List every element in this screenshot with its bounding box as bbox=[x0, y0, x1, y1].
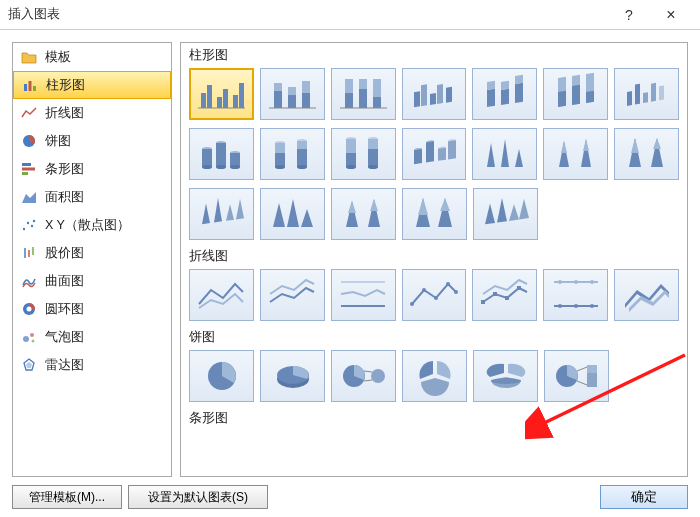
sidebar-item-radar[interactable]: 雷达图 bbox=[13, 351, 171, 379]
thumb-clustered-cone[interactable] bbox=[472, 128, 537, 180]
svg-rect-62 bbox=[643, 92, 648, 103]
svg-rect-57 bbox=[572, 85, 580, 105]
thumb-exploded-pie[interactable] bbox=[402, 350, 467, 402]
thumb-pie[interactable] bbox=[189, 350, 254, 402]
sidebar-item-bubble[interactable]: 气泡图 bbox=[13, 323, 171, 351]
sidebar-item-label: 面积图 bbox=[45, 189, 84, 206]
help-icon: ? bbox=[625, 7, 633, 23]
svg-marker-102 bbox=[561, 141, 567, 153]
svg-rect-95 bbox=[438, 148, 446, 161]
sidebar-item-scatter[interactable]: X Y（散点图） bbox=[13, 211, 171, 239]
svg-rect-51 bbox=[501, 81, 509, 90]
thumb-3d-cylinder[interactable] bbox=[402, 128, 467, 180]
chart-gallery-scroll[interactable]: 柱形图 bbox=[181, 43, 687, 476]
svg-rect-50 bbox=[501, 89, 509, 105]
thumb-clustered-column[interactable] bbox=[189, 68, 254, 120]
svg-marker-125 bbox=[485, 203, 495, 224]
thumb-100-stacked-line[interactable] bbox=[331, 269, 396, 321]
thumb-3d-line[interactable] bbox=[614, 269, 679, 321]
thumb-3d-clustered-column[interactable] bbox=[402, 68, 467, 120]
svg-marker-112 bbox=[236, 198, 244, 219]
thumb-3d-pyramid[interactable] bbox=[473, 188, 538, 240]
thumb-100-stacked-line-markers[interactable] bbox=[543, 269, 608, 321]
thumb-stacked-line-markers[interactable] bbox=[472, 269, 537, 321]
sidebar-item-label: 股价图 bbox=[45, 245, 84, 262]
svg-marker-99 bbox=[501, 139, 509, 167]
thumb-3d-column[interactable] bbox=[614, 68, 679, 120]
svg-marker-104 bbox=[583, 139, 589, 151]
thumb-stacked-line[interactable] bbox=[260, 269, 325, 321]
thumb-3d-pie[interactable] bbox=[260, 350, 325, 402]
sidebar-item-area[interactable]: 面积图 bbox=[13, 183, 171, 211]
thumb-100-stacked-cone[interactable] bbox=[614, 128, 679, 180]
column-chart-icon bbox=[22, 77, 38, 93]
svg-rect-43 bbox=[414, 91, 420, 107]
sidebar-item-label: X Y（散点图） bbox=[45, 217, 130, 234]
svg-rect-32 bbox=[288, 87, 296, 95]
thumb-3d-stacked-column[interactable] bbox=[472, 68, 537, 120]
sidebar-item-line[interactable]: 折线图 bbox=[13, 99, 171, 127]
svg-rect-60 bbox=[627, 91, 632, 106]
thumb-100-stacked-cylinder[interactable] bbox=[331, 128, 396, 180]
thumb-exploded-3d-pie[interactable] bbox=[473, 350, 538, 402]
sidebar-item-templates[interactable]: 模板 bbox=[13, 43, 171, 71]
svg-rect-79 bbox=[297, 141, 307, 149]
thumb-stacked-pyramid[interactable] bbox=[331, 188, 396, 240]
svg-rect-48 bbox=[487, 89, 495, 107]
svg-rect-37 bbox=[345, 93, 353, 108]
svg-line-151 bbox=[364, 371, 372, 372]
ok-button[interactable]: 确定 bbox=[600, 485, 688, 509]
sidebar-item-column[interactable]: 柱形图 bbox=[13, 71, 171, 99]
sidebar-item-surface[interactable]: 曲面图 bbox=[13, 267, 171, 295]
thumb-clustered-cylinder[interactable] bbox=[189, 128, 254, 180]
svg-point-70 bbox=[216, 165, 226, 169]
svg-rect-72 bbox=[230, 153, 240, 167]
sidebar-item-stock[interactable]: 股价图 bbox=[13, 239, 171, 267]
manage-templates-button[interactable]: 管理模板(M)... bbox=[12, 485, 122, 509]
sidebar-item-label: 柱形图 bbox=[46, 77, 85, 94]
svg-point-133 bbox=[454, 290, 458, 294]
thumb-clustered-pyramid[interactable] bbox=[260, 188, 325, 240]
thumb-3d-100-stacked-column[interactable] bbox=[543, 68, 608, 120]
svg-rect-31 bbox=[288, 95, 296, 108]
thumb-stacked-cone[interactable] bbox=[543, 128, 608, 180]
sidebar-item-pie[interactable]: 饼图 bbox=[13, 127, 171, 155]
close-button[interactable]: × bbox=[650, 1, 692, 29]
sidebar-item-label: 圆环图 bbox=[45, 301, 84, 318]
thumb-100-stacked-column[interactable] bbox=[331, 68, 396, 120]
svg-rect-25 bbox=[223, 89, 228, 108]
thumb-line-markers[interactable] bbox=[402, 269, 467, 321]
help-button[interactable]: ? bbox=[608, 1, 650, 29]
svg-point-9 bbox=[27, 222, 29, 224]
svg-marker-116 bbox=[301, 209, 313, 227]
svg-point-141 bbox=[558, 280, 562, 284]
set-default-button[interactable]: 设置为默认图表(S) bbox=[128, 485, 268, 509]
sidebar-item-doughnut[interactable]: 圆环图 bbox=[13, 295, 171, 323]
thumb-stacked-column[interactable] bbox=[260, 68, 325, 120]
svg-marker-124 bbox=[440, 198, 450, 211]
svg-marker-120 bbox=[370, 199, 378, 211]
bar-chart-icon bbox=[21, 161, 37, 177]
thumb-100-stacked-pyramid[interactable] bbox=[402, 188, 467, 240]
svg-point-140 bbox=[590, 304, 594, 308]
svg-marker-21 bbox=[26, 362, 32, 368]
thumb-line[interactable] bbox=[189, 269, 254, 321]
thumb-bar-of-pie[interactable] bbox=[544, 350, 609, 402]
svg-rect-75 bbox=[275, 143, 285, 153]
thumb-stacked-cylinder[interactable] bbox=[260, 128, 325, 180]
thumb-3d-cone[interactable] bbox=[189, 188, 254, 240]
category-sidebar[interactable]: 模板 柱形图 折线图 饼图 条形图 面积图 X Y（散点图） 股价图 bbox=[12, 42, 172, 477]
svg-marker-113 bbox=[273, 203, 285, 227]
doughnut-chart-icon bbox=[21, 301, 37, 317]
svg-point-81 bbox=[297, 165, 307, 169]
sidebar-item-label: 气泡图 bbox=[45, 329, 84, 346]
svg-rect-45 bbox=[430, 93, 436, 105]
svg-rect-1 bbox=[29, 81, 32, 91]
svg-marker-122 bbox=[418, 198, 428, 215]
pie-chart-icon bbox=[21, 133, 37, 149]
sidebar-item-bar[interactable]: 条形图 bbox=[13, 155, 171, 183]
svg-marker-108 bbox=[653, 138, 661, 149]
svg-rect-88 bbox=[368, 149, 378, 167]
thumb-pie-of-pie[interactable] bbox=[331, 350, 396, 402]
svg-marker-110 bbox=[214, 197, 222, 222]
